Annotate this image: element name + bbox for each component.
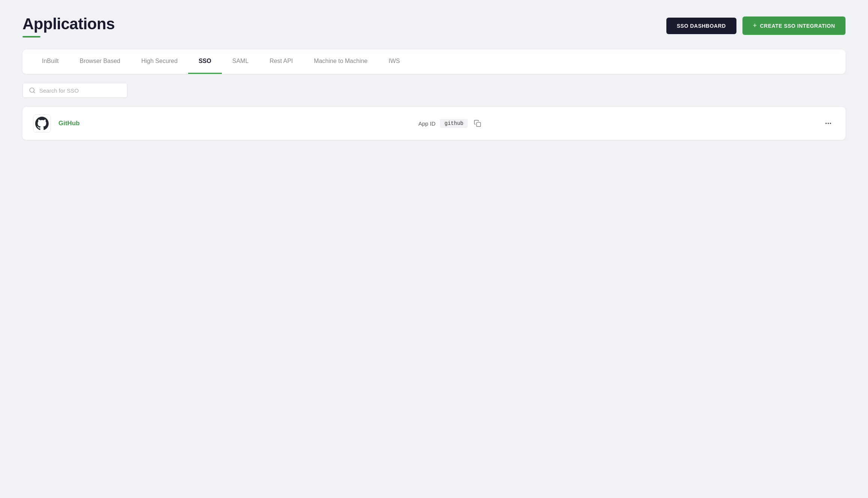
header-buttons: SSO DASHBOARD + CREATE SSO INTEGRATION	[666, 16, 846, 35]
copy-app-id-button[interactable]	[472, 118, 483, 129]
tab-sso[interactable]: SSO	[188, 50, 222, 74]
github-icon	[35, 117, 49, 130]
sso-dashboard-button[interactable]: SSO DASHBOARD	[666, 18, 736, 34]
title-underline	[22, 36, 40, 38]
svg-point-4	[828, 123, 829, 124]
svg-line-1	[33, 92, 34, 93]
search-input[interactable]	[39, 87, 121, 94]
page-header: Applications SSO DASHBOARD + CREATE SSO …	[22, 15, 846, 38]
page-title: Applications	[22, 15, 115, 33]
app-list: GitHub App ID github	[22, 107, 846, 140]
app-row-left: GitHub	[33, 114, 80, 132]
app-row-center: App ID github	[418, 118, 483, 129]
search-icon	[29, 87, 36, 94]
search-bar	[22, 83, 127, 98]
svg-rect-2	[477, 123, 481, 127]
svg-point-5	[830, 123, 831, 124]
tab-browser-based[interactable]: Browser Based	[69, 50, 131, 74]
tab-iws[interactable]: IWS	[378, 50, 410, 74]
app-id-badge: github	[440, 119, 468, 128]
tab-high-secured[interactable]: High Secured	[131, 50, 188, 74]
plus-icon: +	[753, 22, 757, 30]
table-row: GitHub App ID github	[22, 107, 846, 140]
create-sso-button[interactable]: + CREATE SSO INTEGRATION	[742, 16, 846, 35]
tabs-list: InBuilt Browser Based High Secured SSO S…	[31, 50, 837, 74]
app-name[interactable]: GitHub	[58, 120, 80, 127]
ellipsis-icon	[825, 120, 832, 127]
svg-point-3	[826, 123, 827, 124]
tab-saml[interactable]: SAML	[222, 50, 259, 74]
tab-inbuilt[interactable]: InBuilt	[31, 50, 69, 74]
tab-machine-to-machine[interactable]: Machine to Machine	[304, 50, 378, 74]
copy-icon	[474, 120, 481, 127]
title-block: Applications	[22, 15, 115, 38]
create-sso-label: CREATE SSO INTEGRATION	[760, 23, 835, 29]
github-logo	[33, 114, 51, 132]
more-options-button[interactable]	[822, 118, 835, 129]
tabs-card: InBuilt Browser Based High Secured SSO S…	[22, 50, 846, 74]
tab-rest-api[interactable]: Rest API	[259, 50, 303, 74]
app-id-label: App ID	[418, 120, 435, 127]
